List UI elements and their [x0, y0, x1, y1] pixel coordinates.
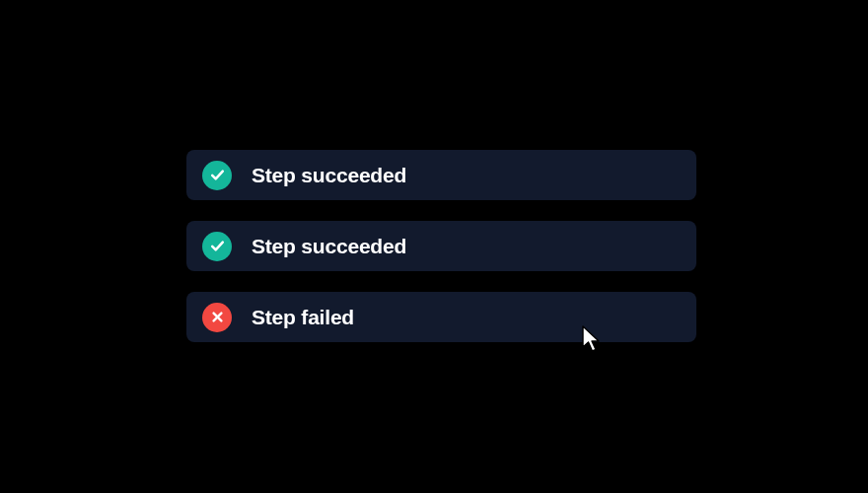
step-label: Step failed [252, 306, 354, 329]
check-icon [202, 161, 232, 190]
step-label: Step succeeded [252, 235, 406, 258]
check-icon [202, 232, 232, 261]
steps-list: Step succeeded Step succeeded Step faile… [186, 150, 696, 342]
step-item[interactable]: Step failed [186, 292, 696, 342]
step-label: Step succeeded [252, 164, 406, 187]
step-item[interactable]: Step succeeded [186, 150, 696, 200]
x-icon [202, 303, 232, 332]
step-item[interactable]: Step succeeded [186, 221, 696, 271]
